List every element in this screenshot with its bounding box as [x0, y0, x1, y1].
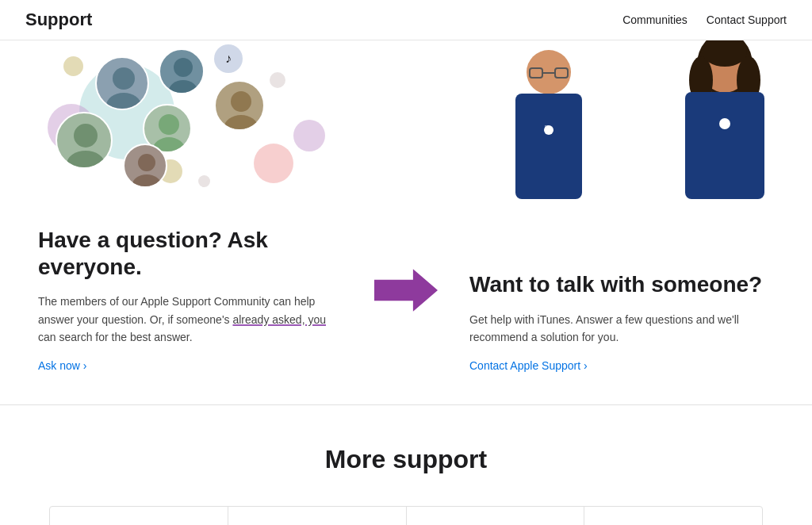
deco-circle-purple [48, 104, 95, 151]
deco-circle-gray2 [198, 175, 210, 187]
community-heading: Have a question? Ask everyone. [38, 227, 343, 280]
community-panel: ♪ Have a question? Ask everyone. The mem… [0, 40, 374, 404]
more-support-section: More support ♪ Music Support › [0, 405, 812, 525]
hero-section: ♪ Have a question? Ask everyone. The mem… [0, 40, 812, 405]
svg-rect-17 [515, 94, 582, 199]
communities-link[interactable]: Communities [622, 13, 688, 26]
avatar-6 [123, 144, 167, 188]
community-content: Have a question? Ask everyone. The membe… [38, 227, 343, 373]
svg-point-19 [544, 125, 553, 135]
svg-marker-12 [374, 269, 438, 311]
community-body: The members of our Apple Support Communi… [38, 293, 339, 346]
staff-image:  [438, 40, 812, 199]
support-grid: ♪ Music Support › Watch Movies & TV Show… [49, 506, 763, 525]
deco-circle-teal [79, 64, 174, 159]
page-header: Support Communities Contact Support [0, 0, 812, 40]
svg-rect-25 [685, 92, 764, 199]
svg-point-6 [159, 114, 179, 135]
contact-heading: Want to talk with someone? [469, 271, 774, 298]
purple-arrow-icon [374, 266, 438, 314]
watch-movies-item[interactable]: Watch Movies & TV Shows › [228, 507, 407, 525]
contact-panel:  [438, 40, 812, 404]
avatar-2 [159, 48, 205, 94]
staff-figures:  [438, 40, 812, 199]
svg-point-3 [169, 80, 197, 94]
svg-point-11 [132, 174, 161, 188]
music-support-item[interactable]: ♪ Music Support › [50, 507, 228, 525]
contact-apple-support-link[interactable]: Contact Apple Support › [469, 359, 588, 372]
music-badge: ♪ [214, 44, 243, 73]
staff-male:  [501, 44, 596, 199]
appletv-support-item[interactable]: tv Apple TV Support › [584, 507, 762, 525]
svg-point-26 [719, 118, 730, 129]
site-logo: Support [25, 10, 92, 30]
svg-point-1 [106, 93, 141, 110]
svg-point-2 [174, 58, 193, 77]
contact-body: Get help with iTunes. Answer a few quest… [469, 311, 774, 347]
avatar-4 [143, 104, 192, 153]
avatar-5 [214, 80, 265, 131]
avatar-3 [56, 112, 113, 169]
svg-point-9 [224, 115, 258, 131]
avatar-cluster: ♪ [0, 40, 374, 199]
svg-point-10 [138, 154, 155, 171]
header-nav: Communities Contact Support [622, 13, 787, 26]
svg-point-8 [231, 91, 251, 112]
deco-circle-gray [270, 72, 285, 88]
avatar-1 [95, 56, 149, 110]
svg-point-0 [113, 67, 135, 90]
staff-female [669, 40, 780, 199]
ipod-support-item[interactable]: iPod Support › [407, 507, 585, 525]
underline-text: already asked, you [232, 313, 326, 326]
deco-circle-rose [254, 144, 293, 183]
svg-point-5 [67, 151, 105, 169]
svg-point-4 [74, 124, 98, 148]
deco-circle-gold [159, 159, 182, 183]
contact-content: Want to talk with someone? Get help with… [469, 271, 774, 373]
more-support-heading: More support [25, 445, 787, 474]
arrow-divider [374, 80, 438, 404]
ask-now-link[interactable]: Ask now › [38, 359, 86, 372]
deco-circle-purple2 [293, 120, 325, 151]
deco-circle-gold2 [63, 56, 83, 76]
svg-point-7 [153, 137, 185, 153]
contact-support-link[interactable]: Contact Support [707, 13, 787, 26]
